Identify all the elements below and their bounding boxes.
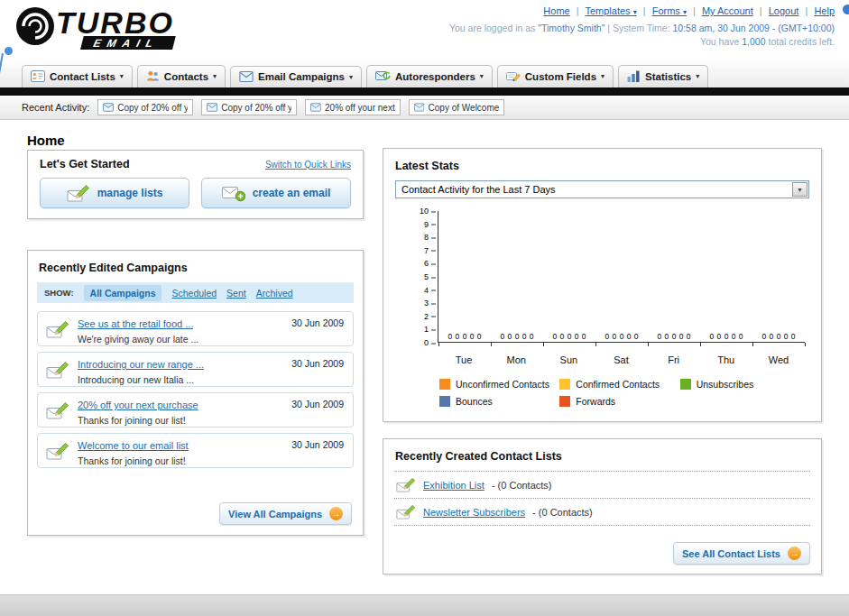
statistics-icon	[627, 70, 641, 82]
chevron-down-icon: ▾	[480, 72, 484, 80]
login-text: You are logged in as	[449, 23, 535, 33]
see-all-contact-lists-button[interactable]: See All Contact Lists →	[673, 542, 810, 565]
tab-archived[interactable]: Archived	[256, 288, 293, 299]
arrow-right-icon: →	[329, 507, 343, 520]
contact-list-item: Exhibition List - (0 Contacts)	[394, 471, 810, 498]
view-all-campaigns-button[interactable]: View All Campaigns →	[219, 502, 352, 525]
button-label: See All Contact Lists	[682, 548, 780, 559]
chevron-down-icon: ▾	[683, 8, 687, 16]
contact-lists-icon	[31, 70, 45, 82]
nav-tab-custom-fields[interactable]: Custom Fields ▾	[497, 65, 614, 87]
stats-period-select[interactable]: Contact Activity for the Last 7 Days ▼	[395, 180, 809, 198]
legend-swatch	[559, 396, 570, 407]
recent-activity-item-label: Copy of Welcome to	[429, 103, 500, 113]
top-link-templates[interactable]: Templates ▾	[585, 5, 636, 16]
nav-tab-contacts[interactable]: Contacts ▾	[137, 65, 226, 87]
chevron-down-icon: ▾	[120, 72, 124, 80]
credits-text: total credits left.	[768, 36, 835, 47]
campaign-link[interactable]: Welcome to our email list	[78, 440, 189, 451]
legend-item: Unconfirmed Contacts	[439, 379, 559, 390]
x-axis-label: Sat	[595, 354, 647, 365]
top-link-label: Forms	[652, 5, 680, 16]
switch-quick-links[interactable]: Switch to Quick Links	[265, 160, 351, 170]
recent-activity-item[interactable]: 20% off your next p	[305, 99, 401, 115]
legend-label: Bounces	[456, 396, 493, 407]
arrow-right-icon: →	[788, 547, 801, 560]
edit-pencil-icon	[67, 183, 90, 203]
create-email-button[interactable]: create an email	[201, 178, 351, 208]
credits-text: You have	[700, 36, 739, 47]
x-axis-tick	[648, 343, 649, 346]
nav-tab-email-campaigns[interactable]: Email Campaigns ▾	[230, 66, 362, 87]
separator: |	[577, 5, 579, 16]
envelope-icon	[207, 103, 217, 112]
recent-activity-item[interactable]: Copy of Welcome to	[409, 99, 504, 115]
system-time: 10:58 am, 30 Jun 2009 - (GMT+10:00)	[673, 23, 835, 33]
nav-divider	[0, 87, 849, 96]
edit-list-icon	[396, 476, 416, 493]
x-axis-tick	[595, 343, 596, 346]
tab-all-campaigns[interactable]: All Campaigns	[84, 285, 162, 301]
top-link-my-account[interactable]: My Account	[702, 5, 753, 16]
envelope-icon	[414, 103, 424, 112]
y-axis-label: 2	[424, 312, 429, 320]
contact-list-item: Newsletter Subscribers - (0 Contacts)	[394, 498, 810, 526]
bar-value-labels: 0 0 0 0 0	[595, 332, 648, 341]
recent-activity-item[interactable]: Copy of 20% off yo	[201, 99, 297, 115]
logo-text-turbo: TURBO	[56, 5, 174, 40]
campaign-link[interactable]: Introducing our new range ...	[78, 359, 204, 370]
legend-item: Unsubscribes	[680, 379, 800, 390]
contact-lists-title: Recently Created Contact Lists	[395, 450, 562, 463]
app-window: TURBO EMAIL Home | Templates ▾ | Forms ▾…	[0, 0, 849, 616]
nav-tab-contact-lists[interactable]: Contact Lists ▾	[22, 65, 133, 87]
y-axis-label: 7	[424, 246, 429, 254]
campaign-link[interactable]: 20% off your next purchase	[78, 400, 198, 410]
bar-value-labels: 0 0 0 0 0	[648, 332, 700, 341]
campaign-subject: Thanks for joining our list!	[78, 455, 285, 466]
separator: |	[805, 5, 807, 16]
contact-list-link[interactable]: Exhibition List	[423, 480, 484, 491]
campaign-item: Welcome to our email list Thanks for joi…	[37, 433, 354, 468]
legend-swatch	[680, 379, 691, 390]
campaign-date: 30 Jun 2009	[291, 358, 344, 369]
recent-activity-label: Recent Activity:	[22, 102, 89, 113]
show-label: SHOW:	[44, 288, 74, 298]
recent-activity-item[interactable]: Copy of 20% off yo	[97, 99, 193, 115]
top-link-logout[interactable]: Logout	[769, 5, 799, 16]
tab-scheduled[interactable]: Scheduled	[171, 288, 217, 299]
dropdown-arrow-icon: ▼	[792, 182, 807, 197]
y-axis-label: 8	[424, 234, 429, 242]
new-email-icon	[222, 184, 245, 202]
page-title: Home	[27, 133, 849, 148]
manage-lists-button[interactable]: manage lists	[40, 178, 189, 208]
top-link-forms[interactable]: Forms ▾	[652, 5, 687, 16]
bar-value-labels: 0 0 0 0 0	[700, 332, 752, 341]
recent-contact-lists-panel: Recently Created Contact Lists Exhibitio…	[383, 438, 822, 575]
legend-label: Unsubscribes	[697, 379, 754, 390]
x-axis-label: Sun	[542, 354, 595, 365]
separator: |	[643, 5, 646, 16]
x-axis-label: Wed	[752, 354, 805, 365]
campaign-link[interactable]: See us at the retail food ...	[78, 318, 193, 329]
y-axis-label: 5	[424, 273, 429, 281]
chevron-down-icon: ▾	[349, 73, 353, 81]
nav-tab-autoresponders[interactable]: Autoresponders ▾	[366, 65, 493, 87]
bar-value-labels: 0 0 0 0 0	[752, 332, 805, 341]
campaign-subject: We're giving away our late ...	[78, 334, 285, 345]
chevron-down-icon: ▾	[696, 72, 699, 80]
nav-tab-label: Custom Fields	[525, 71, 596, 82]
x-axis-tick	[805, 343, 806, 346]
top-link-help[interactable]: Help	[814, 5, 835, 16]
y-axis-label: 6	[424, 260, 429, 268]
top-link-home[interactable]: Home	[543, 5, 569, 16]
campaign-item: See us at the retail food ... We're givi…	[37, 311, 354, 346]
get-started-panel: Let's Get Started Switch to Quick Links …	[27, 150, 364, 219]
logo-text-email: EMAIL	[92, 37, 161, 50]
contacts-icon	[146, 70, 160, 82]
tab-sent[interactable]: Sent	[226, 288, 246, 299]
contact-list-link[interactable]: Newsletter Subscribers	[423, 507, 525, 518]
x-axis-labels: TueMonSunSatFriThuWed	[438, 352, 805, 366]
nav-tab-statistics[interactable]: Statistics ▾	[618, 65, 708, 87]
contact-list-count: - (0 Contacts)	[532, 507, 593, 518]
y-axis-label: 9	[424, 220, 429, 228]
